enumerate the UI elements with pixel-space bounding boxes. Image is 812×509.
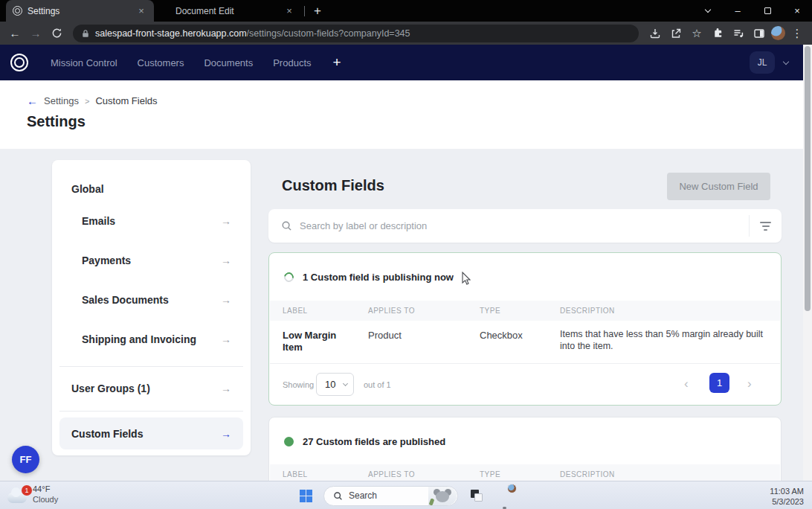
browser-menu-dots-icon[interactable]: ⋮ [788,25,806,42]
sidebar-item-user-groups[interactable]: User Groups (1) → [71,382,231,394]
taskbar-search-box[interactable]: Search [323,486,458,506]
user-menu-chevron-icon[interactable] [783,58,789,64]
column-header-label: LABEL [283,470,308,478]
page-size-select[interactable]: 10 [316,373,354,396]
publishing-spinner-icon [282,270,295,284]
cell-applies-to: Product [368,330,402,341]
taskbar-center: Search [300,481,515,509]
window-minimize-icon[interactable]: – [723,0,753,22]
page-number-button[interactable]: 1 [709,373,729,393]
page-size-value: 10 [325,379,335,390]
forward-icon[interactable]: → [27,25,45,42]
sidebar-item-sales-documents[interactable]: Sales Documents → [82,294,231,306]
tab-close-icon[interactable]: × [283,5,295,17]
column-header-applies-to: APPLIES TO [368,307,415,315]
filter-icon[interactable] [750,222,782,231]
status-text: 1 Custom field is publishing now [303,272,454,283]
next-page-chevron[interactable]: › [747,377,752,391]
chrome-taskbar-icon[interactable] [495,486,515,505]
column-header-applies-to: APPLIES TO [368,470,415,478]
task-view-icon[interactable] [469,488,484,503]
playlist-extension-icon[interactable] [729,25,747,42]
windows-taskbar: 1 44°F Cloudy Search [0,481,812,509]
weather-temperature: 44°F [33,484,58,495]
sidebar-item-emails[interactable]: Emails → [82,215,231,227]
arrow-right-icon: → [221,382,231,394]
window-menu-chevron-icon[interactable] [693,0,723,22]
nav-item-products[interactable]: Products [273,57,311,68]
arrow-right-icon: → [221,428,231,440]
nav-item-mission-control[interactable]: Mission Control [51,57,117,68]
windows-start-icon[interactable] [300,490,312,502]
bookmark-star-icon[interactable]: ☆ [688,25,706,42]
sidebar-item-shipping-invoicing[interactable]: Shipping and Invoicing → [82,333,231,345]
window-close-icon[interactable]: × [782,0,812,22]
column-header-description: DESCRIPTION [560,307,615,315]
lock-icon [82,29,89,38]
screen: Settings × Document Edit × + – × ← → sal… [0,0,812,509]
side-panel-icon[interactable] [750,25,768,42]
salespad-logo-icon[interactable] [10,54,28,71]
extensions-puzzle-icon[interactable] [709,25,726,42]
publishing-status: 1 Custom field is publishing now [284,253,454,301]
koala-image [428,487,457,505]
clock-date: 5/3/2023 [770,497,804,508]
sidebar-item-label: Shipping and Invoicing [82,333,196,345]
app-navbar: Mission Control Customers Documents Prod… [0,45,812,80]
nav-user-area: JL [750,51,802,74]
table-row[interactable]: Low Margin Item Product Checkbox Items t… [270,321,780,364]
chat-launcher-avatar[interactable]: FF [12,446,39,473]
new-custom-field-button[interactable]: New Custom Field [667,173,770,200]
column-header-label: LABEL [283,307,308,315]
url-bar[interactable]: salespad-front-stage.herokuapp.com/setti… [73,25,639,42]
breadcrumb-back-icon[interactable]: ← [27,95,38,106]
user-initials-badge[interactable]: JL [750,51,775,74]
new-tab-button[interactable]: + [307,0,328,22]
sidebar-item-payments[interactable]: Payments → [82,254,231,266]
page-title: Settings [27,113,86,130]
window-maximize-icon[interactable] [753,0,782,22]
cell-type: Checkbox [480,330,523,341]
column-header-type: TYPE [480,470,500,478]
weather-widget[interactable]: 1 44°F Cloudy [7,484,58,505]
breadcrumb-settings-link[interactable]: Settings [44,95,79,106]
taskbar-clock[interactable]: 11:03 AM 5/3/2023 [770,487,804,508]
table-header: LABEL APPLIES TO TYPE DESCRIPTION [270,301,780,321]
browser-tab-settings[interactable]: Settings × [6,0,154,22]
download-icon[interactable] [646,25,664,42]
search-input[interactable] [300,220,749,231]
previous-page-chevron[interactable]: ‹ [684,377,689,391]
browser-profile-avatar[interactable] [771,26,785,40]
tab-title: Settings [28,6,135,16]
clock-time: 11:03 AM [770,487,804,497]
url-path: /settings/custom-fields?companyId=345 [247,28,410,39]
salespad-favicon-icon [13,6,22,16]
publishing-now-card: 1 Custom field is publishing now LABEL A… [268,252,782,406]
nav-item-customers[interactable]: Customers [138,57,184,68]
column-header-type: TYPE [480,307,500,315]
share-icon[interactable] [667,25,685,42]
search-icon [333,491,343,501]
nav-item-documents[interactable]: Documents [204,57,253,68]
sidebar-item-label: User Groups (1) [71,382,150,394]
nav-links: Mission Control Customers Documents Prod… [51,54,341,71]
cell-label: Low Margin Item [283,330,353,354]
breadcrumb-separator: > [85,97,89,106]
arrow-right-icon: → [221,215,231,227]
sidebar-item-label: Emails [82,215,115,227]
search-bar [268,209,782,243]
breadcrumb: ← Settings > Custom Fields [27,95,158,106]
tab-separator [304,6,305,16]
nav-add-button[interactable]: + [333,54,341,71]
sidebar-item-custom-fields-active[interactable]: Custom Fields → [59,417,243,449]
browser-tab-document-edit[interactable]: Document Edit × [154,0,302,22]
browser-tab-strip: Settings × Document Edit × + – × [0,0,812,22]
arrow-right-icon: → [221,294,231,306]
divider [59,366,243,367]
page-scrollbar[interactable] [803,45,812,481]
back-icon[interactable]: ← [6,25,24,42]
reload-icon[interactable] [48,25,65,42]
showing-label: Showing [283,380,314,389]
scrollbar-thumb[interactable] [805,46,811,311]
tab-close-icon[interactable]: × [135,5,147,17]
